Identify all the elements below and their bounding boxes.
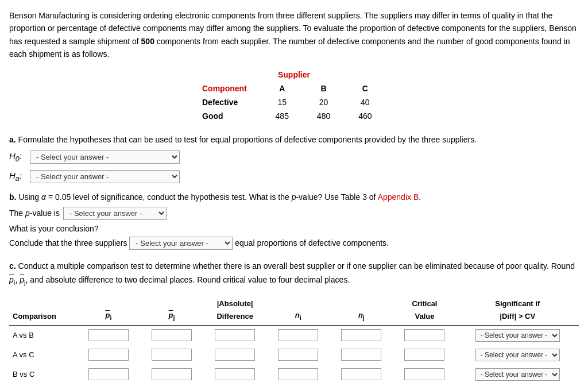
col-header-c: C: [345, 82, 386, 95]
comp-avc-diff: [203, 345, 266, 365]
input-bvc-cv[interactable]: [404, 368, 444, 380]
input-avc-pi[interactable]: [88, 349, 129, 361]
row-good-label: Good: [202, 109, 261, 123]
comp-avc-ni: [266, 345, 330, 365]
col-pi: pi: [77, 295, 140, 326]
comp-avc-cv: [393, 345, 456, 365]
row-defective-label: Defective: [202, 95, 261, 109]
row-good-b: 480: [303, 109, 344, 123]
comp-avb-cv: [393, 326, 456, 346]
input-avc-ni[interactable]: [278, 349, 318, 361]
part-b-alpha: α = 0.05: [41, 192, 71, 202]
table-row: B vs C - Select your answer - Yes No: [9, 365, 579, 384]
col-significant: Significant if|Diff| > CV: [457, 295, 579, 326]
row-defective-a: 15: [261, 95, 303, 109]
part-c-label: c.: [9, 261, 16, 271]
table-header-row: Comparison pi pj |Absolute|Difference ni…: [9, 295, 579, 326]
conclusion-row: Conclude that the three suppliers - Sele…: [9, 236, 579, 250]
input-bvc-pi[interactable]: [88, 368, 129, 380]
part-a-label: a.: [9, 135, 16, 144]
table-row: Defective 15 20 40: [202, 95, 386, 109]
comp-bvc-nj: [330, 365, 393, 384]
row-defective-b: 20: [303, 95, 344, 109]
part-b-period: .: [419, 192, 421, 202]
comp-bvc-label: B vs C: [9, 365, 77, 384]
comp-avb-label: A vs B: [9, 326, 77, 346]
input-bvc-nj[interactable]: [341, 368, 381, 380]
comp-bvc-ni: [266, 365, 330, 384]
conclude-select[interactable]: - Select your answer - do have do not ha…: [129, 237, 233, 250]
p-value-select[interactable]: - Select your answer - less than .005 be…: [63, 207, 167, 220]
row-good-a: 485: [261, 109, 303, 123]
part-b-section: b. Using α = 0.05 level of significance,…: [9, 191, 579, 251]
part-b-text1: Using: [16, 192, 41, 202]
input-bvc-diff[interactable]: [215, 368, 255, 380]
supplier-title: Supplier: [278, 70, 310, 79]
input-bvc-ni[interactable]: [278, 368, 318, 380]
input-avc-cv[interactable]: [404, 349, 444, 361]
comp-bvc-cv: [393, 365, 456, 384]
row-defective-c: 40: [345, 95, 386, 109]
comp-bvc-sig: - Select your answer - Yes No: [457, 365, 579, 384]
comp-bvc-pi: [77, 365, 140, 384]
input-bvc-pj[interactable]: [152, 368, 192, 380]
col-absdiff: |Absolute|Difference: [203, 295, 266, 326]
h0-row: H0: - Select your answer - p1 = p2 = p3 …: [9, 149, 579, 165]
comp-avb-diff: [203, 326, 266, 346]
table-row: A vs C - Select your answer - Yes No: [9, 345, 579, 365]
comp-avc-pj: [140, 345, 203, 365]
intro-paragraph: Benson Manufacturing is considering orde…: [9, 9, 579, 61]
conclude-text1: Conclude that the three suppliers: [9, 236, 129, 250]
col-header-b: B: [303, 82, 344, 95]
ha-row: Ha: - Select your answer - p1 = p2 = p3 …: [9, 168, 579, 185]
input-avb-pi[interactable]: [88, 329, 129, 341]
supplier-table: Component A B C Defective 15 20 40 Good …: [202, 82, 386, 123]
col-pj: pj: [140, 295, 203, 326]
select-avb-sig[interactable]: - Select your answer - Yes No: [475, 329, 560, 342]
select-bvc-sig[interactable]: - Select your answer - Yes No: [475, 368, 560, 381]
ha-select[interactable]: - Select your answer - p1 = p2 = p3 Not …: [30, 170, 180, 183]
part-a-text: Formulate the hypotheses that can be use…: [16, 135, 477, 144]
table-row: A vs B - Select your answer - Yes No: [9, 326, 579, 346]
input-avb-ni[interactable]: [278, 329, 318, 341]
conclude-text2: equal proportions of defective component…: [233, 236, 389, 250]
part-c-desc: Conduct a multiple comparison test to de…: [9, 261, 575, 284]
comp-avc-sig: - Select your answer - Yes No: [457, 345, 579, 365]
col-header-component: Component: [202, 82, 261, 95]
input-avb-nj[interactable]: [341, 329, 381, 341]
comp-avc-pi: [77, 345, 140, 365]
comp-avc-nj: [330, 345, 393, 365]
col-ni: ni: [266, 295, 330, 326]
p-value-row: The p-value is - Select your answer - le…: [9, 207, 579, 221]
part-c-text: c. Conduct a multiple comparison test to…: [9, 260, 579, 288]
part-c-section: c. Conduct a multiple comparison test to…: [9, 260, 579, 384]
conclusion-label: What is your conclusion?: [9, 222, 579, 236]
part-b-label: b.: [9, 192, 16, 202]
h0-select[interactable]: - Select your answer - p1 = p2 = p3 Not …: [30, 150, 180, 164]
input-avc-pj[interactable]: [152, 349, 192, 361]
comp-avb-pi: [77, 326, 140, 346]
input-avb-cv[interactable]: [404, 329, 444, 341]
input-avb-pj[interactable]: [152, 329, 192, 341]
input-avb-diff[interactable]: [215, 329, 255, 341]
row-good-c: 460: [345, 109, 386, 123]
part-b-intro: b. Using α = 0.05 level of significance,…: [9, 191, 579, 204]
appendix-link[interactable]: Appendix B: [378, 192, 419, 202]
comp-avb-nj: [330, 326, 393, 346]
input-avc-diff[interactable]: [215, 349, 255, 361]
comp-bvc-diff: [203, 365, 266, 384]
sample-size: 500: [141, 37, 154, 46]
h0-label: H0:: [9, 149, 25, 165]
p-value-label: The p-value is: [9, 207, 60, 221]
part-a-section: a. Formulate the hypotheses that can be …: [9, 133, 579, 185]
comp-avc-label: A vs C: [9, 345, 77, 365]
comp-avb-pj: [140, 326, 203, 346]
supplier-table-wrapper: Supplier Component A B C Defective 15 20…: [9, 70, 579, 123]
input-avc-nj[interactable]: [341, 349, 381, 361]
col-header-a: A: [261, 82, 303, 95]
select-avc-sig[interactable]: - Select your answer - Yes No: [475, 349, 560, 361]
comp-avb-ni: [266, 326, 330, 346]
comparison-table: Comparison pi pj |Absolute|Difference ni…: [9, 295, 579, 384]
col-critical: CriticalValue: [393, 295, 456, 326]
table-row: Good 485 480 460: [202, 109, 386, 123]
